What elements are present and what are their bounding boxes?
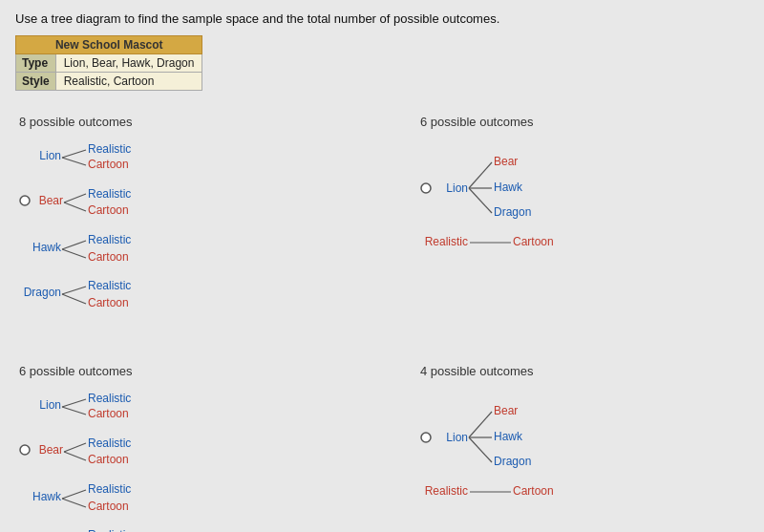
svg-line-17 [62, 499, 86, 507]
q4-bear: Bear [494, 404, 518, 417]
q4-cartoon: Cartoon [513, 484, 554, 498]
q3-hawk-cartoon: Cartoon [88, 500, 129, 513]
q2-dragon: Dragon [494, 205, 531, 219]
q3-dragon-realistic: Realistic [88, 528, 131, 532]
svg-line-3 [64, 202, 86, 211]
q3-hawk-label: Hawk [32, 490, 62, 503]
q1-hawk-label: Hawk [32, 241, 62, 254]
svg-line-0 [62, 150, 86, 158]
q4-lion-label: Lion [446, 431, 468, 444]
svg-line-10 [469, 188, 492, 213]
q3-bear-realistic: Realistic [88, 436, 131, 450]
q2-cartoon: Cartoon [513, 235, 554, 248]
q1-bear-cartoon: Cartoon [88, 203, 129, 217]
q4-title: 4 possible outcomes [420, 364, 745, 378]
svg-line-22 [469, 437, 492, 462]
q1-diagram: Lion Realistic Cartoon Bear Realistic Ca… [19, 138, 229, 339]
instruction-text: Use a tree diagram to find the sample sp… [15, 11, 749, 26]
diagrams-grid: 8 possible outcomes Lion Realistic Carto… [15, 107, 749, 532]
info-table-container: New School Mascot Type Lion, Bear, Hawk,… [15, 35, 202, 91]
q4-diagram: Lion Bear Hawk Dragon Realistic Cartoon [420, 388, 640, 512]
q2-hawk: Hawk [494, 181, 523, 194]
q1-title: 8 possible outcomes [19, 115, 369, 129]
q2-title: 6 possible outcomes [420, 115, 745, 129]
q3-lion-cartoon: Cartoon [88, 407, 129, 420]
svg-line-2 [64, 194, 86, 202]
q4-realistic-label: Realistic [425, 484, 468, 498]
q2-lion-label: Lion [446, 181, 468, 195]
style-value: Realistic, Cartoon [55, 73, 202, 91]
type-value: Lion, Bear, Hawk, Dragon [55, 54, 202, 73]
q1-lion-realistic: Realistic [88, 142, 131, 156]
q1-dragon-label: Dragon [24, 286, 61, 299]
q3-hawk-realistic: Realistic [88, 482, 131, 496]
quadrant-3: 6 possible outcomes Lion Realistic Carto… [15, 356, 372, 532]
q3-lion-label: Lion [39, 398, 61, 412]
svg-line-7 [62, 294, 86, 304]
q1-bear-realistic: Realistic [88, 187, 131, 201]
q1-lion-cartoon: Cartoon [88, 158, 129, 171]
q4-lion-radio [421, 433, 431, 442]
q1-bear-radio [20, 196, 30, 205]
svg-line-14 [64, 443, 86, 452]
q4-dragon: Dragon [494, 455, 531, 468]
q1-bear-label: Bear [39, 194, 63, 207]
quadrant-4: 4 possible outcomes Lion Bear Hawk Drago… [392, 356, 749, 532]
svg-line-12 [62, 399, 86, 407]
svg-line-4 [62, 241, 86, 249]
quadrant-2: 6 possible outcomes Lion Bear Hawk Drago… [392, 107, 749, 347]
q1-dragon-realistic: Realistic [88, 279, 131, 292]
q3-bear-cartoon: Cartoon [88, 453, 129, 466]
q1-lion-label: Lion [39, 149, 61, 162]
q3-bear-radio [20, 445, 30, 455]
svg-line-16 [62, 490, 86, 499]
svg-line-13 [62, 407, 86, 415]
svg-line-5 [62, 249, 86, 258]
q2-lion-radio [421, 183, 431, 193]
q4-hawk: Hawk [494, 430, 523, 443]
q2-diagram: Lion Bear Hawk Dragon Realistic Cartoon [420, 138, 640, 263]
q3-diagram: Lion Realistic Cartoon Bear Realistic Ca… [19, 388, 229, 532]
q2-realistic-label: Realistic [425, 235, 468, 248]
q1-hawk-cartoon: Cartoon [88, 250, 129, 264]
quadrant-1: 8 possible outcomes Lion Realistic Carto… [15, 107, 372, 347]
q3-title: 6 possible outcomes [19, 364, 369, 378]
svg-line-6 [62, 287, 86, 294]
type-label: Type [16, 54, 56, 73]
svg-line-1 [62, 158, 86, 165]
svg-line-20 [469, 412, 492, 437]
q1-dragon-cartoon: Cartoon [88, 296, 129, 309]
style-label: Style [16, 73, 56, 91]
svg-line-15 [64, 452, 86, 460]
mascot-table: New School Mascot Type Lion, Bear, Hawk,… [15, 35, 202, 91]
q3-lion-realistic: Realistic [88, 392, 131, 405]
svg-line-8 [469, 162, 492, 188]
table-header: New School Mascot [16, 36, 202, 54]
q3-bear-label: Bear [39, 443, 63, 457]
q2-bear: Bear [494, 155, 518, 168]
q1-hawk-realistic: Realistic [88, 233, 131, 246]
